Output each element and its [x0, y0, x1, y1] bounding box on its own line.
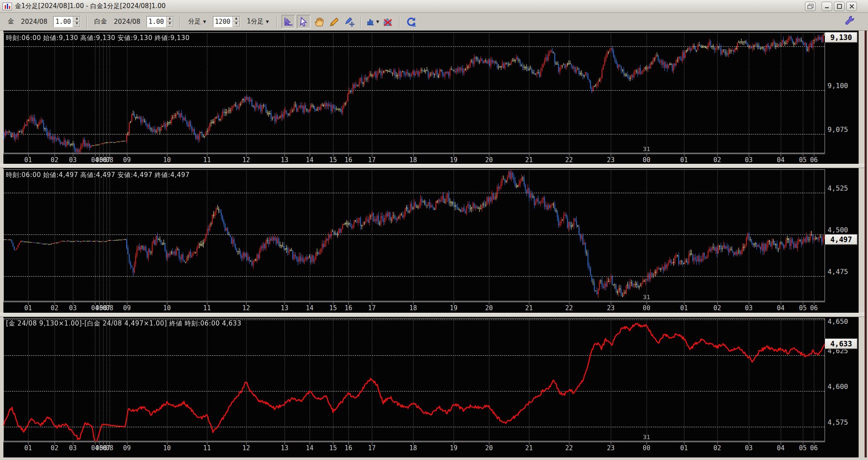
x-axis-hour-label: 03: [745, 444, 753, 452]
x-axis-hour-label: 10: [163, 156, 171, 164]
window-title: 金1分足[2024/08]1.00 - 白金1分足[2024/08]1.00: [15, 2, 166, 10]
panel-splitter[interactable]: [0, 313, 865, 317]
x-axis-hour-label: 16: [345, 304, 352, 312]
x-axis-hour-label: 09: [123, 156, 131, 164]
hand-pan-button[interactable]: [312, 15, 326, 29]
pencil-icon: [329, 16, 340, 27]
spin-up-icon[interactable]: ▲: [167, 17, 173, 22]
x-axis-hour-label: 02: [51, 444, 58, 452]
platinum-multiplier-value[interactable]: 1.00: [147, 17, 166, 27]
platinum-multiplier-spinner[interactable]: 1.00 ▲▼: [147, 16, 174, 27]
spin-up-icon[interactable]: ▲: [73, 17, 80, 22]
x-axis-hour-label: 03: [69, 156, 77, 164]
spin-down-icon[interactable]: ▼: [233, 22, 240, 27]
panel-splitter[interactable]: [0, 164, 865, 168]
gold-1min-plot[interactable]: [3, 32, 825, 153]
x-axis-hour-label: 03: [69, 304, 77, 312]
chevron-down-icon: ▼: [203, 20, 206, 24]
gold-multiplier-spinner[interactable]: 1.00 ▲▼: [53, 16, 80, 27]
x-axis-hour-label: 06: [810, 156, 818, 164]
bar-chart-icon: [366, 16, 375, 27]
pencil-draw-button[interactable]: [328, 15, 341, 29]
platinum-ohlc-info: 時刻:06:00 始値:4,497 高値:4,497 安値:4,497 終値:4…: [6, 171, 517, 180]
window-frame-bottom: [0, 457, 868, 460]
toolbar-separator: [86, 15, 87, 28]
chart-cursor-button[interactable]: [282, 15, 295, 29]
spinner-arrows[interactable]: ▲▼: [233, 17, 240, 27]
platinum-contract-month[interactable]: 2024/08: [114, 18, 140, 26]
x-axis-hour-label: 16: [345, 156, 352, 164]
toolbar-separator: [399, 15, 400, 28]
minimize-button[interactable]: [822, 2, 832, 11]
x-axis-hour-label: 05: [799, 304, 807, 312]
svg-text:R: R: [412, 22, 416, 27]
last-price-box: 4,497: [825, 234, 857, 245]
new-window-button[interactable]: [805, 2, 816, 11]
x-axis-hour-label: 19: [450, 444, 457, 452]
x-axis-hour-label: 13: [281, 444, 288, 452]
spread-gold-minus-platinum-plot[interactable]: [3, 318, 825, 441]
close-button[interactable]: [846, 2, 857, 11]
select-cursor-icon: [299, 17, 309, 27]
x-axis-hour-label: 02: [51, 304, 58, 312]
x-axis-hour-label: 10: [163, 304, 171, 312]
x-axis-hour-label: 22: [565, 304, 573, 312]
x-axis-hour-label: 01: [24, 444, 32, 452]
y-axis-price-label: 4,475: [828, 268, 848, 276]
x-axis-hour-label: 22: [565, 444, 573, 452]
x-axis-hour-label: 23: [607, 444, 615, 452]
last-price-box: 9,130: [825, 32, 857, 43]
wrench-icon: [844, 15, 855, 26]
interval-label: 1分足: [247, 17, 264, 26]
x-axis-hour-label: 16: [345, 444, 352, 452]
bar-chart-menu-button[interactable]: ▼: [366, 15, 379, 29]
y-axis-price-label: 4,500: [828, 226, 848, 234]
toolbar-separator: [276, 15, 277, 28]
bar-chart-delete-button[interactable]: [381, 15, 395, 29]
x-axis-hour-label: 15: [329, 304, 337, 312]
select-cursor-button[interactable]: [297, 15, 310, 29]
chart-area: 時刻:06:00 始値:9,130 高値:9,130 安値:9,130 終値:9…: [0, 31, 868, 457]
day-marker-label: 31: [643, 434, 650, 440]
x-axis-hour-label: 15: [329, 156, 337, 164]
x-axis-hour-label: 18: [409, 156, 417, 164]
x-axis-hour-label: 04: [777, 444, 785, 452]
x-axis-hour-label: 00: [643, 156, 650, 164]
gold-ohlc-info: 時刻:06:00 始値:9,130 高値:9,130 安値:9,130 終値:9…: [6, 34, 517, 43]
x-axis-hour-label: 08: [106, 156, 113, 164]
bar-type-dropdown[interactable]: 分足 ▼: [187, 17, 208, 26]
bar-count-value[interactable]: 1200: [213, 17, 233, 27]
x-axis-hour-label: 10: [163, 444, 171, 452]
spread-formula-info: [金 24/08 9,130×1.00]-[白金 24/08 4,497×1.0…: [6, 320, 517, 328]
platinum-1min-plot[interactable]: [3, 169, 825, 301]
bar-count-spinner[interactable]: 1200 ▲▼: [213, 16, 240, 27]
spin-down-icon[interactable]: ▼: [167, 22, 173, 27]
reload-button[interactable]: R: [404, 15, 418, 29]
x-axis-hour-label: 20: [485, 444, 493, 452]
x-axis-hour-label: 17: [368, 444, 376, 452]
spinner-arrows[interactable]: ▲▼: [166, 17, 173, 27]
spin-up-icon[interactable]: ▲: [233, 17, 240, 22]
x-axis-hour-label: 01: [24, 156, 32, 164]
maximize-button[interactable]: [834, 2, 845, 11]
last-price-box: 4,633: [825, 339, 857, 349]
settings-wrench-button[interactable]: [844, 15, 855, 28]
x-axis-hour-label: 22: [565, 156, 573, 164]
titlebar: 金1分足[2024/08]1.00 - 白金1分足[2024/08]1.00: [0, 0, 868, 13]
toolbar-separator: [180, 15, 181, 28]
x-axis-hour-label: 03: [745, 156, 753, 164]
gold-contract-month[interactable]: 2024/08: [21, 18, 47, 26]
x-axis-hour-label: 12: [242, 444, 250, 452]
spin-down-icon[interactable]: ▼: [73, 22, 80, 27]
gold-multiplier-value[interactable]: 1.00: [54, 17, 73, 27]
marker-crosshair-button[interactable]: [343, 15, 356, 29]
x-axis-hour-label: 03: [69, 444, 77, 452]
x-axis-hour-label: 05: [799, 156, 807, 164]
y-axis-price-label: 9,100: [828, 82, 848, 90]
interval-dropdown[interactable]: 1分足 ▼: [245, 17, 270, 26]
x-axis-hour-label: 06: [810, 304, 818, 312]
spinner-arrows[interactable]: ▲▼: [73, 17, 80, 27]
x-axis-hour-label: 23: [607, 304, 615, 312]
x-axis-hour-label: 09: [123, 444, 131, 452]
y-axis-price-label: 9,075: [828, 126, 848, 134]
